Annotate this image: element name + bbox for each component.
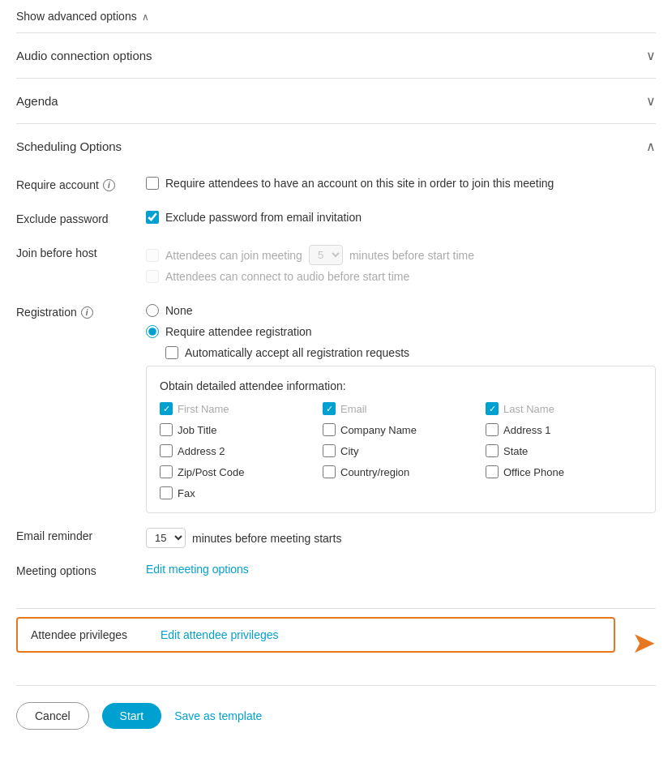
edit-meeting-options-link[interactable]: Edit meeting options	[146, 563, 249, 576]
last-name-blue-checkbox	[486, 402, 499, 415]
email-blue-checkbox	[323, 402, 336, 415]
registration-label: Registration i	[16, 304, 146, 319]
address2-checkbox[interactable]	[160, 444, 173, 457]
job-title-checkbox[interactable]	[160, 423, 173, 436]
field-address2: Address 2	[160, 444, 316, 457]
show-advanced-label: Show advanced options	[16, 10, 137, 23]
join-before-host-row: Join before host Attendees can join meet…	[16, 245, 656, 289]
agenda-label: Agenda	[16, 94, 58, 108]
cancel-button[interactable]: Cancel	[16, 702, 89, 730]
join-before-host-checkbox	[146, 249, 159, 262]
exclude-password-checkbox-label: Exclude password from email invitation	[165, 211, 362, 224]
field-first-name: First Name	[160, 402, 316, 415]
email-reminder-content: 15 minutes before meeting starts	[146, 528, 656, 548]
require-account-row: Require account i Require attendees to h…	[16, 177, 656, 196]
require-account-checkbox-item: Require attendees to have an account on …	[146, 177, 656, 190]
audio-connection-section: Audio connection options ∨	[16, 33, 656, 79]
save-as-template-button[interactable]: Save as template	[174, 709, 262, 722]
registration-info-icon[interactable]: i	[81, 306, 93, 319]
office-phone-checkbox[interactable]	[486, 465, 499, 478]
attendee-privileges-container: Attendee privileges Edit attendee privil…	[16, 617, 656, 669]
first-name-blue-checkbox	[160, 402, 173, 415]
require-account-info-icon[interactable]: i	[103, 179, 115, 191]
chevron-up-icon	[142, 10, 149, 23]
field-fax: Fax	[160, 486, 316, 499]
registration-content: None Require attendee registration Autom…	[146, 304, 656, 513]
field-city: City	[323, 444, 479, 457]
join-before-host-line1-text: Attendees can join meeting	[165, 249, 302, 262]
field-email: Email	[323, 402, 479, 415]
exclude-password-label: Exclude password	[16, 211, 146, 225]
audio-connection-chevron-icon: ∨	[646, 48, 656, 63]
address1-checkbox[interactable]	[486, 423, 499, 436]
orange-arrow-icon: ➤	[631, 628, 656, 658]
registration-none-item: None	[146, 304, 656, 317]
exclude-password-checkbox[interactable]	[146, 211, 159, 224]
scheduling-options-section: Scheduling Options ∧ Require account i R…	[16, 124, 656, 609]
footer: Cancel Start Save as template	[16, 685, 656, 746]
exclude-password-checkbox-item: Exclude password from email invitation	[146, 211, 656, 224]
require-account-checkbox[interactable]	[146, 177, 159, 190]
detail-grid: First Name Email Last Name	[160, 402, 642, 499]
field-state: State	[486, 444, 642, 457]
start-button[interactable]: Start	[102, 703, 162, 729]
field-office-phone: Office Phone	[486, 465, 642, 478]
field-company-name: Company Name	[323, 423, 479, 436]
join-before-host-audio-item: Attendees can connect to audio before st…	[146, 270, 656, 283]
require-account-checkbox-label: Require attendees to have an account on …	[165, 177, 554, 190]
attendee-privileges-row: Attendee privileges Edit attendee privil…	[16, 617, 615, 653]
field-job-title: Job Title	[160, 423, 316, 436]
require-account-content: Require attendees to have an account on …	[146, 177, 656, 196]
scheduling-options-chevron-icon: ∧	[646, 139, 656, 154]
field-zip: Zip/Post Code	[160, 465, 316, 478]
email-reminder-suffix: minutes before meeting starts	[192, 532, 341, 545]
join-before-host-audio-label: Attendees can connect to audio before st…	[165, 270, 409, 283]
registration-require-item: Require attendee registration	[146, 325, 656, 338]
state-checkbox[interactable]	[486, 444, 499, 457]
detail-box-title: Obtain detailed attendee information:	[160, 379, 642, 392]
agenda-chevron-icon: ∨	[646, 93, 656, 109]
meeting-options-label: Meeting options	[16, 563, 146, 577]
auto-accept-item: Automatically accept all registration re…	[165, 346, 656, 359]
email-reminder-label: Email reminder	[16, 528, 146, 542]
audio-connection-label: Audio connection options	[16, 49, 152, 62]
join-before-host-label: Join before host	[16, 245, 146, 259]
email-reminder-select[interactable]: 15	[146, 528, 186, 548]
auto-accept-label: Automatically accept all registration re…	[185, 346, 409, 359]
audio-connection-header[interactable]: Audio connection options ∨	[16, 33, 656, 78]
country-checkbox[interactable]	[323, 465, 336, 478]
meeting-options-content: Edit meeting options	[146, 563, 656, 576]
field-country: Country/region	[323, 465, 479, 478]
show-advanced-options-toggle[interactable]: Show advanced options	[16, 0, 656, 33]
meeting-options-row: Meeting options Edit meeting options	[16, 563, 656, 577]
registration-detail-box: Obtain detailed attendee information: Fi…	[146, 366, 656, 513]
email-reminder-inline: 15 minutes before meeting starts	[146, 528, 656, 548]
email-reminder-row: Email reminder 15 minutes before meeting…	[16, 528, 656, 548]
join-before-host-line1: Attendees can join meeting 5 minutes bef…	[146, 245, 656, 265]
attendee-privileges-label: Attendee privileges	[31, 628, 161, 641]
registration-none-label: None	[165, 304, 192, 317]
zip-checkbox[interactable]	[160, 465, 173, 478]
scheduling-options-header[interactable]: Scheduling Options ∧	[16, 124, 656, 169]
join-before-minutes-select: 5	[309, 245, 343, 265]
edit-attendee-privileges-link[interactable]: Edit attendee privileges	[161, 628, 279, 641]
join-before-host-audio-checkbox	[146, 270, 159, 283]
agenda-header[interactable]: Agenda ∨	[16, 79, 656, 123]
exclude-password-row: Exclude password Exclude password from e…	[16, 211, 656, 230]
field-last-name: Last Name	[486, 402, 642, 415]
auto-accept-checkbox[interactable]	[165, 346, 178, 359]
field-address1: Address 1	[486, 423, 642, 436]
city-checkbox[interactable]	[323, 444, 336, 457]
scheduling-options-label: Scheduling Options	[16, 139, 122, 153]
join-before-host-line1-end: minutes before start time	[349, 249, 474, 262]
scheduling-options-content: Require account i Require attendees to h…	[16, 169, 656, 608]
require-account-label: Require account i	[16, 177, 146, 191]
agenda-section: Agenda ∨	[16, 79, 656, 124]
registration-require-label: Require attendee registration	[165, 325, 312, 338]
company-name-checkbox[interactable]	[323, 423, 336, 436]
registration-none-radio[interactable]	[146, 304, 159, 317]
fax-checkbox[interactable]	[160, 486, 173, 499]
registration-require-radio[interactable]	[146, 325, 159, 338]
exclude-password-content: Exclude password from email invitation	[146, 211, 656, 230]
join-before-host-content: Attendees can join meeting 5 minutes bef…	[146, 245, 656, 289]
